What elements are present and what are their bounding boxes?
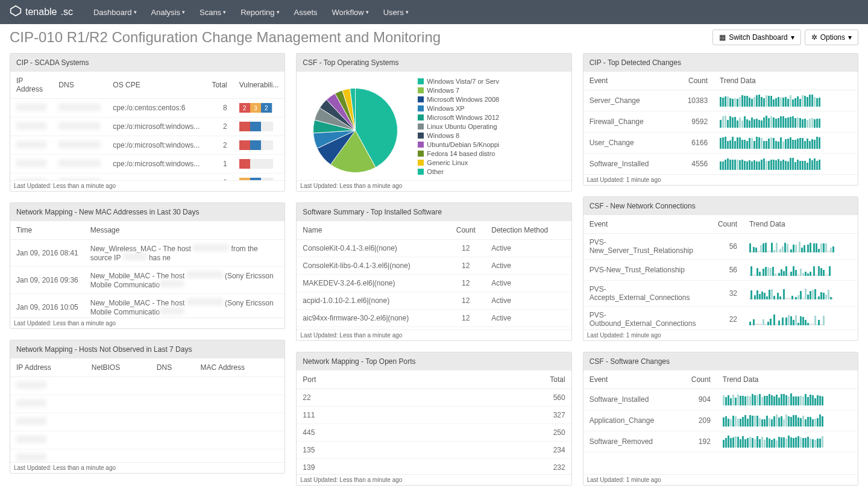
panel-footer: Last Updated: Less than a minute ago [10, 462, 285, 473]
swchanges-table: EventCountTrend DataSoftware_Installed90… [583, 370, 858, 452]
pie-chart[interactable] [303, 78, 408, 180]
tenable-logo-icon [10, 5, 22, 19]
mac-table: TimeMessageJan 09, 2016 08:41New_Wireles… [10, 221, 285, 317]
switch-dashboard-button[interactable]: ▦Switch Dashboard▾ [712, 30, 800, 45]
legend-item[interactable]: Windows 8 [418, 132, 499, 139]
nav-item-reporting[interactable]: Reporting▾ [241, 8, 279, 17]
panel-new-connections: CSF - New Network Connections EventCount… [583, 196, 858, 341]
table-row[interactable]: aic94xx-firmware-30-2.el6|(none)12Active [297, 310, 571, 327]
legend-item[interactable]: Windows Vista/7 or Serv [418, 78, 499, 85]
chevron-down-icon: ▾ [791, 33, 794, 42]
table-row[interactable]: ConsoleKit-0.4.1-3.el6|(none)12Active [297, 240, 571, 257]
legend-item[interactable]: Generic Linux [418, 159, 499, 166]
changes-table: EventCountTrend DataServer_Change10383Fi… [583, 72, 858, 174]
sparkline-chart [749, 313, 852, 325]
panel-hosts-not-observed: Network Mapping - Hosts Not Observed in … [10, 340, 285, 474]
panel-new-mac: Network Mapping - New MAC Addresses in L… [10, 202, 285, 329]
table-row[interactable]: 2 [10, 174, 285, 181]
panel-software-changes: CSF - Software Changes EventCountTrend D… [583, 352, 858, 486]
nav-item-analysis[interactable]: Analysis▾ [151, 8, 185, 17]
sparkline-chart [749, 287, 852, 299]
svg-marker-0 [11, 6, 21, 16]
panel-scada: CIP - SCADA Systems IP AddressDNSOS CPET… [10, 53, 285, 192]
table-row[interactable]: 111327 [297, 407, 571, 424]
panel-footer: Last Updated: Less than a minute ago [10, 317, 285, 328]
panel-footer: Last Updated: 1 minute ago [583, 474, 858, 485]
table-row[interactable]: Software_Installed904 [583, 389, 858, 410]
legend-item[interactable]: Microsoft Windows 2008 [418, 96, 499, 103]
legend-item[interactable]: Other [418, 168, 499, 175]
panel-footer: Last Updated: 1 minute ago [583, 330, 858, 340]
table-row[interactable]: acpid-1.0.10-2.1.el6|(none)12Active [297, 292, 571, 310]
sparkline-chart [749, 240, 852, 252]
product-suffix: .sc [61, 7, 73, 17]
table-row[interactable] [10, 377, 285, 395]
table-row[interactable]: PVS-Outbound_External_Connections22 [583, 307, 858, 330]
ports-table: PortTotal22560111327445250135234139232 [297, 370, 571, 474]
table-row[interactable]: Application_Change209 [583, 410, 858, 431]
chevron-down-icon: ▾ [223, 9, 226, 15]
sparkline-chart [720, 95, 822, 107]
chevron-down-icon: ▾ [366, 9, 369, 15]
table-row[interactable]: 22560 [297, 389, 571, 407]
table-row[interactable]: cpe:/o:centos:centos:68232 [10, 99, 285, 117]
legend-item[interactable]: Ubuntu/Debian 5/Knoppi [418, 141, 499, 148]
nav-item-assets[interactable]: Assets [294, 8, 318, 17]
netconn-table: EventCountTrend DataPVS-New_Server_Trust… [583, 215, 858, 330]
table-row[interactable] [10, 431, 285, 449]
table-row[interactable]: PVS-Accepts_External_Connections32 [583, 281, 858, 307]
sparkline-chart [720, 137, 822, 149]
panel-footer: Last Updated: Less than a minute ago [297, 180, 571, 191]
table-row[interactable]: Software_Installed4556 [583, 154, 858, 175]
table-row[interactable]: Firewall_Change9592 [583, 111, 858, 133]
table-row[interactable]: Jan 09, 2016 10:05New_Mobile_MAC - The h… [10, 294, 285, 318]
panel-footer: Last Updated: Less than a minute ago [10, 180, 285, 191]
sparkline-chart [720, 158, 822, 170]
product-logo[interactable]: tenable.sc [10, 5, 73, 19]
table-row[interactable]: PVS-New_Server_Trust_Relationship56 [583, 234, 858, 260]
table-row[interactable]: Jan 09, 2016 08:41New_Wireless_MAC - The… [10, 240, 285, 267]
table-row[interactable]: User_Change6166 [583, 133, 858, 154]
table-row[interactable] [10, 449, 285, 463]
table-row[interactable]: Server_Change10383 [583, 90, 858, 111]
legend-item[interactable]: Linux Ubuntu Operating [418, 123, 499, 130]
legend-item[interactable]: Windows 7 [418, 87, 499, 94]
nav-item-scans[interactable]: Scans▾ [200, 8, 226, 17]
table-row[interactable]: Software_Removed192 [583, 431, 858, 452]
table-row[interactable]: MAKEDEV-3.24-6.el6|(none)12Active [297, 275, 571, 292]
panel-footer: Last Updated: 1 minute ago [583, 174, 858, 185]
pie-legend: Windows Vista/7 or ServWindows 7Microsof… [418, 78, 499, 174]
nav-item-dashboard[interactable]: Dashboard▾ [93, 8, 137, 17]
table-row[interactable]: 139232 [297, 459, 571, 475]
table-row[interactable]: 445250 [297, 424, 571, 442]
table-row[interactable]: cpe:/o:microsoft:windows...2 [10, 117, 285, 136]
sparkline-chart [749, 264, 852, 276]
table-row[interactable]: Jan 09, 2016 09:36New_Mobile_MAC - The h… [10, 267, 285, 294]
chevron-down-icon: ▾ [134, 9, 137, 15]
sparkline-chart [723, 414, 825, 427]
gear-icon: ✲ [811, 33, 817, 42]
page-header: CIP-010 R1/R2 Configuration Change Manag… [0, 24, 868, 51]
table-row[interactable]: cpe:/o:microsoft:windows...2 [10, 136, 285, 155]
table-row[interactable]: PVS-New_Trust_Relationship56 [583, 260, 858, 281]
options-button[interactable]: ✲Options▾ [805, 30, 858, 45]
chevron-down-icon: ▾ [182, 9, 185, 15]
sparkline-chart [723, 393, 825, 405]
panel-title: CIP - SCADA Systems [10, 54, 285, 72]
legend-item[interactable]: Fedora 14 based distro [418, 150, 499, 157]
nav-item-users[interactable]: Users▾ [383, 8, 409, 17]
legend-item[interactable]: Windows XP [418, 105, 499, 112]
page-title: CIP-010 R1/R2 Configuration Change Manag… [10, 29, 441, 46]
table-row[interactable]: 135234 [297, 442, 571, 459]
table-row[interactable] [10, 413, 285, 431]
panel-detected-changes: CIP - Top Detected Changes EventCountTre… [583, 53, 858, 186]
legend-item[interactable]: Microsoft Windows 2012 [418, 114, 499, 121]
panel-footer: Last Updated: Less than a minute ago [297, 474, 571, 485]
panel-top-ports: Network Mapping - Top Open Ports PortTot… [296, 352, 571, 486]
top-nav-bar: tenable.sc Dashboard▾Analysis▾Scans▾Repo… [0, 0, 868, 24]
nav-item-workflow[interactable]: Workflow▾ [332, 8, 369, 17]
table-row[interactable] [10, 395, 285, 413]
table-row[interactable]: ConsoleKit-libs-0.4.1-3.el6|(none)12Acti… [297, 257, 571, 275]
panel-title: Software Summary - Top Installed Softwar… [297, 203, 571, 221]
table-row[interactable]: cpe:/o:microsoft:windows...1 [10, 155, 285, 174]
